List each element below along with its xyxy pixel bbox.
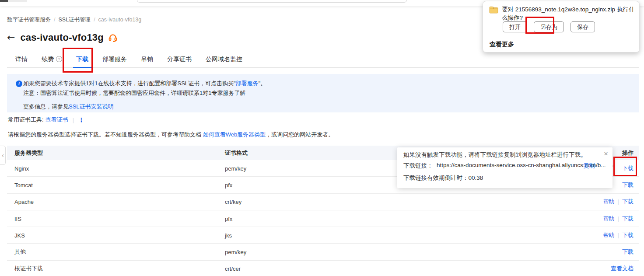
download-link-label: 下载链接： [403, 162, 433, 170]
tab-revoke[interactable]: 吊销 [141, 51, 153, 68]
sidebar-collapse-handle[interactable]: ‹ [0, 146, 6, 165]
actions-cell: 下载 [616, 164, 634, 172]
breadcrumb-separator: / [54, 17, 55, 23]
server-type-cell: IIS [14, 215, 21, 222]
breadcrumb-separator: / [94, 17, 95, 23]
close-icon[interactable]: × [604, 150, 608, 157]
cert-tools-row: 常用证书工具: 查看证书 | ⋮ [8, 116, 84, 124]
breadcrumb-item-service[interactable]: 数字证书管理服务 [7, 17, 51, 23]
breadcrumb-item-current: cas-ivauto-vfo13g [98, 17, 142, 23]
tab-label: 分享证书 [167, 51, 192, 67]
description-text: 请根据您的服务器类型选择证书下载。若不知道服务器类型，可参考帮助文档 [8, 131, 203, 138]
more-actions-icon[interactable]: ⋮ [78, 117, 84, 123]
actions-cell: 帮助|下载 [603, 198, 634, 206]
notice-text: 更多信息，请参见 [23, 103, 69, 110]
notice-text: "。 [259, 80, 266, 87]
notice-banner: i 如果您需要技术专家提供1对1在线技术支持，进行配置和部署SSL证书，可点击购… [7, 74, 639, 112]
view-doc-link[interactable]: 查看文档 [611, 265, 634, 272]
column-header-server-type: 服务器类型 [14, 149, 43, 157]
back-arrow-icon[interactable]: ← [7, 33, 15, 42]
info-icon: i [16, 80, 22, 87]
tab-label: 下载 [76, 51, 88, 67]
customer-service-headset-icon[interactable] [108, 33, 118, 42]
actions-cell: 下载 [616, 248, 634, 256]
save-as-button[interactable]: 另存为 [534, 21, 564, 32]
help-circle-icon[interactable]: ? [56, 56, 62, 62]
view-certificate-link[interactable]: 查看证书 [46, 116, 68, 124]
download-link[interactable]: 下载 [622, 182, 634, 188]
server-type-cell: Nginx [14, 165, 29, 171]
download-link-url: https://cas-documents-service.oss-cn-sha… [437, 162, 606, 168]
cert-format-cell: crt/key [225, 199, 242, 205]
server-type-cell: Apache [14, 199, 34, 205]
popup-message: 如果没有触发下载功能，请将下载链接复制到浏览器地址栏进行下载。 [403, 151, 587, 159]
cert-format-cell: jks [225, 232, 232, 238]
flyout-message: 要对 21556893_note.1q2w3e.top_nginx.zip 执行… [502, 5, 636, 22]
copy-link[interactable]: 复制 [583, 162, 595, 170]
deployment-service-link[interactable]: 部署服务 [236, 80, 259, 87]
cert-format-cell: pfx [225, 182, 232, 188]
chevron-left-icon: ‹ [2, 152, 4, 159]
help-link[interactable]: 帮助 [603, 198, 615, 205]
actions-cell: 帮助|下载 [603, 231, 634, 239]
server-type-cell: Tomcat [14, 182, 33, 188]
help-link[interactable]: 帮助 [603, 232, 615, 238]
tab-details[interactable]: 详情 [15, 51, 28, 68]
flyout-buttons: 打开 另存为 保存 [503, 21, 595, 32]
cert-format-cell: pem/key [225, 165, 246, 171]
countdown-value: 00:38 [469, 175, 483, 181]
popup-caret-icon: › [612, 162, 614, 169]
see-more-link[interactable]: 查看更多 [490, 41, 514, 49]
column-header-actions: 操作 [622, 149, 634, 157]
tab-domain-monitoring[interactable]: 公网域名监控 [206, 51, 242, 68]
download-link[interactable]: 下载 [622, 165, 634, 171]
tab-deployment-service[interactable]: 部署服务 [102, 51, 127, 68]
table-row-jks: JKS jks 帮助|下载 [7, 227, 639, 244]
ssl-install-guide-link[interactable]: SSL证书安装说明 [69, 103, 114, 110]
countdown-label: 下载链接有效期倒计时： [403, 175, 469, 181]
tab-download[interactable]: 下载 [76, 51, 88, 68]
actions-cell: 查看文档 [605, 265, 634, 273]
cert-format-cell: pfx [225, 215, 232, 222]
tab-label: 公网域名监控 [206, 51, 242, 67]
download-link-popup: 如果没有触发下载功能，请将下载链接复制到浏览器地址栏进行下载。 × 下载链接： … [397, 147, 612, 188]
divider: | [618, 198, 619, 205]
page-header: ← cas-ivauto-vfo13g [7, 31, 118, 45]
browser-download-flyout: 要对 21556893_note.1q2w3e.top_nginx.zip 执行… [483, 1, 640, 52]
open-button[interactable]: 打开 [503, 21, 527, 32]
table-row-other: 其他 pem/key 下载 [7, 244, 639, 260]
server-type-cell: JKS [14, 232, 25, 238]
download-link[interactable]: 下载 [622, 198, 634, 205]
tab-renewal[interactable]: 续费? [42, 51, 62, 68]
help-link[interactable]: 帮助 [603, 215, 615, 222]
download-link[interactable]: 下载 [622, 215, 634, 222]
cert-tools-label: 常用证书工具: [8, 116, 44, 124]
breadcrumb-item-ssl-management[interactable]: SSL证书管理 [58, 17, 91, 23]
tab-label: 吊销 [141, 51, 153, 67]
notice-line-1: 如果您需要技术专家提供1对1在线技术支持，进行配置和部署SSL证书，可点击购买"… [23, 79, 632, 88]
download-link[interactable]: 下载 [622, 232, 634, 238]
folder-zip-icon [489, 6, 498, 15]
table-row-root-cert: 根证书下载 crt/cer 查看文档 [7, 261, 639, 276]
divider: | [618, 215, 619, 222]
server-type-cell: 其他 [14, 248, 26, 256]
tab-label: 部署服务 [102, 51, 127, 67]
divider: | [618, 232, 619, 238]
page-title: cas-ivauto-vfo13g [20, 32, 103, 43]
browser-tab-fragment-dark [0, 0, 8, 2]
download-link[interactable]: 下载 [622, 248, 634, 255]
tab-bar: 详情 续费? 下载 部署服务 吊销 分享证书 公网域名监控 [7, 51, 639, 68]
table-row-iis: IIS pfx 帮助|下载 [7, 210, 639, 227]
download-description: 请根据您的服务器类型选择证书下载。若不知道服务器类型，可参考帮助文档 如何查看W… [8, 131, 334, 139]
notice-line-2: 注意：国密算法证书使用时候，需要配套的国密应用套件，详细请联系1对1专家服务了解 [23, 88, 632, 98]
notice-line-3: 更多信息，请参见SSL证书安装说明 [23, 102, 632, 112]
divider: | [73, 117, 74, 123]
cert-format-cell: crt/cer [225, 266, 241, 272]
web-server-type-help-link[interactable]: 如何查看Web服务器类型 [203, 131, 266, 138]
actions-cell: 帮助|下载 [603, 215, 634, 223]
table-row-apache: Apache crt/key 帮助|下载 [7, 194, 639, 210]
save-button[interactable]: 保存 [570, 21, 595, 32]
tab-share-certificate[interactable]: 分享证书 [167, 51, 192, 68]
description-text: ，或询问您的网站开发者。 [266, 131, 334, 138]
column-header-cert-format: 证书格式 [225, 149, 248, 157]
